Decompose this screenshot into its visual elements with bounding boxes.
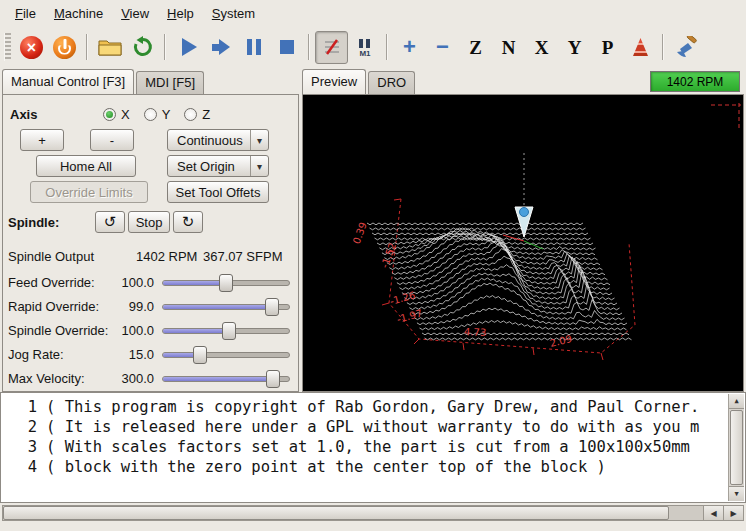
menu-system[interactable]: System <box>203 2 264 25</box>
set-tool-offsets-button[interactable]: Set Tool Offets <box>167 181 269 203</box>
line-number: 4 <box>1 457 37 477</box>
slider-fill <box>163 377 273 381</box>
radio-x-icon <box>103 108 116 121</box>
toolbar-separator <box>164 34 166 60</box>
toggle-skip-lines-button[interactable] <box>315 31 348 64</box>
axis-x-label: X <box>121 107 130 122</box>
toolbar-separator <box>86 34 88 60</box>
spindle-label: Spindle: <box>8 215 59 230</box>
tab-dro[interactable]: DRO <box>368 71 415 94</box>
folder-icon <box>98 37 122 57</box>
slider-thumb[interactable] <box>219 274 233 292</box>
horizontal-scroll-thumb[interactable] <box>3 506 669 520</box>
rotate-view-button[interactable] <box>624 31 657 64</box>
home-all-button[interactable]: Home All <box>36 155 136 177</box>
toolbar-separator <box>308 34 310 60</box>
axis-option-y[interactable]: Y <box>144 107 171 122</box>
scroll-down-icon[interactable]: ▼ <box>729 486 744 501</box>
chevron-down-icon: ▾ <box>250 130 268 150</box>
slider-thumb[interactable] <box>222 322 236 340</box>
tab-manual-control[interactable]: Manual Control [F3] <box>2 69 134 94</box>
gcode-line[interactable]: 2( It is released here under a GPL witho… <box>1 417 745 437</box>
jog-mode-dropdown[interactable]: Continuous ▾ <box>167 129 269 151</box>
gcode-listing[interactable]: 1( This program is copyright of Rab Gord… <box>0 392 746 503</box>
spindle-override-slider[interactable] <box>162 322 290 340</box>
view-x-icon: X <box>535 38 549 57</box>
manual-control-page: Axis X Y Z + - Continuous ▾ Home All Set <box>2 94 299 392</box>
spindle-rpm-indicator: 1402 RPM <box>650 71 740 92</box>
reload-button[interactable] <box>126 31 159 64</box>
feed-override-row: Feed Override: 100.0 <box>3 271 298 295</box>
spindle-sfpm-value: 367.07 SFPM <box>203 249 283 264</box>
spindle-rpm-value: 1402 RPM <box>136 249 197 264</box>
spindle-reverse-button[interactable]: ↺ <box>95 211 125 233</box>
menu-machine[interactable]: Machine <box>45 2 112 25</box>
optional-stop-button[interactable]: M1 <box>348 31 381 64</box>
view-z-icon: Z <box>469 38 482 57</box>
max-velocity-label: Max Velocity: <box>8 371 85 386</box>
zoom-out-button[interactable]: − <box>426 31 459 64</box>
rapid-override-slider[interactable] <box>162 298 290 316</box>
view-x-button[interactable]: X <box>525 31 558 64</box>
gcode-vertical-scrollbar[interactable]: ▲ ▼ <box>728 394 744 501</box>
estop-button[interactable]: × <box>15 31 48 64</box>
menu-file[interactable]: File <box>6 2 45 25</box>
clear-plot-button[interactable] <box>669 31 702 64</box>
tab-preview[interactable]: Preview <box>302 69 366 94</box>
toolbar-separator <box>662 34 664 60</box>
jog-rate-slider[interactable] <box>162 346 290 364</box>
spindle-stop-button[interactable]: Stop <box>128 211 170 233</box>
scroll-track[interactable] <box>669 506 703 520</box>
jog-plus-button[interactable]: + <box>20 129 64 151</box>
gcode-line[interactable]: 1( This program is copyright of Rab Gord… <box>1 397 745 417</box>
slider-thumb[interactable] <box>266 370 280 388</box>
set-origin-dropdown[interactable]: Set Origin ▾ <box>167 155 269 177</box>
jog-minus-button[interactable]: - <box>90 129 134 151</box>
zoom-in-icon: + <box>403 36 416 58</box>
max-velocity-slider[interactable] <box>162 370 290 388</box>
machine-power-button[interactable] <box>48 31 81 64</box>
brush-icon <box>675 36 697 58</box>
gcode-line[interactable]: 3( With scales factors set at 1.0, the p… <box>1 437 745 457</box>
spindle-forward-button[interactable]: ↻ <box>173 211 203 233</box>
slider-fill <box>163 305 271 309</box>
override-limits-button[interactable]: Override Limits <box>30 181 148 203</box>
gcode-line[interactable]: 4( block with the zero point at the cent… <box>1 457 745 477</box>
zoom-in-button[interactable]: + <box>393 31 426 64</box>
toolbar-drag-handle[interactable] <box>4 33 11 61</box>
scroll-left-icon[interactable]: ◀ <box>703 506 723 520</box>
bounding-box <box>382 199 635 360</box>
preview-canvas[interactable]: 0.39 -1.52 -1.26 -1.97 4.73 2.09 <box>302 94 744 392</box>
run-button[interactable] <box>171 31 204 64</box>
slider-thumb[interactable] <box>265 298 279 316</box>
view-z-button[interactable]: Z <box>459 31 492 64</box>
menu-help[interactable]: Help <box>158 2 203 25</box>
view-perspective-button[interactable]: P <box>591 31 624 64</box>
scroll-up-icon[interactable]: ▲ <box>729 394 744 409</box>
line-number: 2 <box>1 417 37 437</box>
gcode-horizontal-scrollbar[interactable]: ◀ ▶ <box>2 505 744 521</box>
view-z2-icon: N <box>502 38 516 57</box>
jog-rate-value: 15.0 <box>98 347 154 362</box>
scroll-right-icon[interactable]: ▶ <box>723 506 743 520</box>
spindle-override-value: 100.0 <box>98 323 154 338</box>
axis-option-z[interactable]: Z <box>184 107 210 122</box>
menu-view[interactable]: View <box>112 2 158 25</box>
feed-override-slider[interactable] <box>162 274 290 292</box>
rapid-override-value: 99.0 <box>98 299 154 314</box>
vertical-scroll-thumb[interactable] <box>730 410 743 485</box>
axis-option-x[interactable]: X <box>103 107 130 122</box>
step-button[interactable] <box>204 31 237 64</box>
open-file-button[interactable] <box>93 31 126 64</box>
view-z2-button[interactable]: N <box>492 31 525 64</box>
jog-rate-row: Jog Rate: 15.0 <box>3 343 298 367</box>
tab-mdi[interactable]: MDI [F5] <box>136 71 204 94</box>
pause-icon <box>247 39 261 55</box>
jog-mode-value: Continuous <box>177 133 243 148</box>
view-y-button[interactable]: Y <box>558 31 591 64</box>
pause-button[interactable] <box>237 31 270 64</box>
slider-thumb[interactable] <box>193 346 207 364</box>
toolbar-separator <box>386 34 388 60</box>
stop-button[interactable] <box>270 31 303 64</box>
home-row: Home All Set Origin ▾ <box>3 155 298 179</box>
